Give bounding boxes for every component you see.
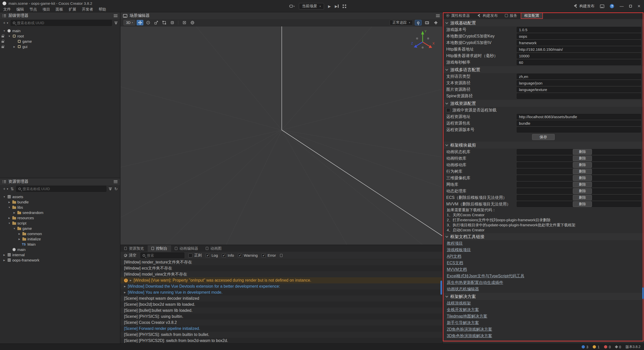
- inspector-scrollbar[interactable]: [642, 287, 644, 299]
- screenshot-icon[interactable]: [600, 5, 604, 8]
- property-input[interactable]: [517, 40, 641, 46]
- hierarchy-node[interactable]: game: [0, 39, 120, 44]
- expand-arrow-icon[interactable]: ▶: [17, 238, 22, 240]
- build-publish-button[interactable]: 构建发布: [574, 4, 594, 9]
- delete-button[interactable]: 删除: [573, 182, 592, 187]
- warning-count-badge[interactable]: 1: [593, 345, 599, 349]
- preview-target-select[interactable]: ▾: [289, 5, 295, 8]
- property-input[interactable]: [517, 127, 641, 133]
- log-row[interactable]: ▶[Window] Download the Vue Devtools exte…: [120, 283, 442, 289]
- filter-icon[interactable]: [114, 22, 118, 24]
- log-row[interactable]: [Scene] Cocos Creator v3.8.2: [120, 320, 442, 326]
- info-count-badge[interactable]: 3: [582, 345, 588, 349]
- menu-help[interactable]: 帮助: [96, 7, 109, 12]
- menu-edit[interactable]: 编辑: [14, 7, 27, 12]
- expand-arrow-icon[interactable]: ▼: [7, 222, 12, 225]
- asset-node[interactable]: ▶initialize: [0, 236, 120, 242]
- remote-load-checkbox[interactable]: [446, 108, 450, 112]
- log-row[interactable]: [Scene] [box2d]:box2d wasm lib loaded.: [120, 301, 442, 308]
- move-tool-button[interactable]: [137, 20, 143, 25]
- module-path-field[interactable]: 删除: [517, 169, 641, 174]
- doc-link[interactable]: 3D角色扮演游戏解决方案: [447, 333, 492, 339]
- section-header[interactable]: 游戏基础配置: [443, 19, 644, 26]
- property-input[interactable]: [517, 120, 641, 126]
- expand-arrow-icon[interactable]: ▶: [2, 254, 7, 256]
- asset-node[interactable]: ▶seedrandom: [0, 210, 120, 215]
- doc-link[interactable]: 原生包热更新配置自动生成插件: [447, 280, 503, 285]
- module-path-field[interactable]: 删除: [517, 188, 641, 194]
- camera-settings-button[interactable]: [424, 20, 430, 25]
- info-checkbox[interactable]: [222, 253, 226, 257]
- expand-arrow-icon[interactable]: ▶: [12, 211, 17, 214]
- section-header[interactable]: 框架解决方案: [443, 293, 644, 300]
- doc-link[interactable]: 2D角色扮演游戏解决方案: [447, 327, 492, 332]
- log-row[interactable]: [Scene] [PHYSICS]: using builtin.: [120, 314, 442, 320]
- delete-button[interactable]: 删除: [573, 201, 592, 207]
- module-path-field[interactable]: 删除: [517, 162, 641, 168]
- layout-grid-icon[interactable]: [343, 5, 346, 8]
- expand-arrow-icon[interactable]: ▼: [2, 30, 7, 32]
- filter-info[interactable]: Info: [222, 253, 234, 257]
- tab-framework-config[interactable]: 框架配置: [521, 12, 543, 19]
- property-input[interactable]: [517, 60, 641, 65]
- filter-icon[interactable]: [109, 188, 112, 190]
- module-path-field[interactable]: 删除: [517, 156, 641, 161]
- console-search-input[interactable]: [147, 253, 182, 257]
- mode-3d-button[interactable]: 3D ▾: [124, 20, 135, 25]
- expand-arrow-icon[interactable]: ▼: [2, 196, 7, 198]
- assets-search-input[interactable]: [23, 187, 104, 191]
- log-checkbox[interactable]: [206, 253, 210, 257]
- asset-node[interactable]: ▶common: [0, 231, 120, 236]
- clear-console-button[interactable]: 清空: [124, 253, 136, 258]
- tab-service[interactable]: 服务: [501, 12, 521, 19]
- property-input[interactable]: [517, 53, 641, 59]
- pivot-toggle-button[interactable]: [181, 20, 188, 25]
- axis-gizmo[interactable]: Y X Z: [410, 28, 436, 54]
- menu-extension[interactable]: 扩展: [66, 7, 79, 12]
- assets-search[interactable]: [16, 186, 106, 192]
- doc-link[interactable]: 游戏模板项目: [447, 247, 471, 253]
- error-checkbox[interactable]: [262, 253, 266, 257]
- tracking-select[interactable]: 正常追踪 ▾: [390, 20, 413, 25]
- asset-node[interactable]: main: [0, 247, 120, 252]
- hierarchy-node[interactable]: ▶gui: [0, 44, 120, 49]
- delete-button[interactable]: 删除: [573, 195, 592, 200]
- module-path-field[interactable]: 删除: [517, 195, 641, 200]
- tab-build-publish[interactable]: 构建发布: [473, 12, 501, 19]
- coordinate-toggle-button[interactable]: [189, 20, 196, 25]
- log-row[interactable]: [Window] model_view文件夹不存在: [120, 271, 442, 277]
- module-path-field[interactable]: 删除: [517, 182, 641, 187]
- doc-link[interactable]: MVVM文档: [447, 267, 467, 272]
- asset-node[interactable]: ▼game: [0, 226, 120, 231]
- expand-arrow-icon[interactable]: ▼: [12, 227, 17, 230]
- module-path-field[interactable]: 删除: [517, 149, 641, 155]
- filter-error[interactable]: Error: [262, 253, 276, 257]
- doc-link[interactable]: 新手引导解决方案: [447, 320, 479, 326]
- warning-checkbox[interactable]: [238, 253, 242, 257]
- minimize-button[interactable]: —: [620, 4, 624, 9]
- asset-node[interactable]: ▼assets: [0, 194, 120, 199]
- hierarchy-search-input[interactable]: [17, 21, 110, 25]
- tab-asset-preview[interactable]: 资源预览: [120, 245, 148, 252]
- asset-node[interactable]: ▼script: [0, 221, 120, 226]
- task-count-badge[interactable]: 0: [615, 345, 621, 349]
- expand-arrow-icon[interactable]: ▶: [17, 233, 22, 235]
- filter-log[interactable]: Log: [206, 253, 218, 257]
- menu-file[interactable]: 文件: [1, 7, 14, 12]
- property-input[interactable]: [517, 114, 641, 119]
- expand-arrow-icon[interactable]: ▶: [2, 259, 7, 261]
- tab-animation-graph[interactable]: 动画图: [202, 245, 225, 252]
- delete-button[interactable]: 删除: [573, 149, 592, 155]
- expand-arrow-icon[interactable]: ▶: [124, 291, 126, 294]
- doc-link[interactable]: 全栈开发解决方案: [447, 307, 479, 313]
- property-input[interactable]: [517, 87, 641, 92]
- play-button[interactable]: ▶: [328, 4, 331, 8]
- panel-menu-icon[interactable]: [114, 180, 117, 183]
- doc-link[interactable]: 战棋游戏框架: [447, 301, 471, 306]
- refresh-icon[interactable]: ↻: [114, 187, 118, 191]
- current-scene-select[interactable]: 当前场景 ▾: [299, 3, 324, 10]
- light-toggle-button[interactable]: [415, 20, 422, 25]
- add-asset-button[interactable]: ＋▾: [2, 186, 8, 192]
- section-header[interactable]: 框架文档工具链接: [443, 233, 644, 240]
- expand-arrow-icon[interactable]: ▶: [124, 285, 126, 288]
